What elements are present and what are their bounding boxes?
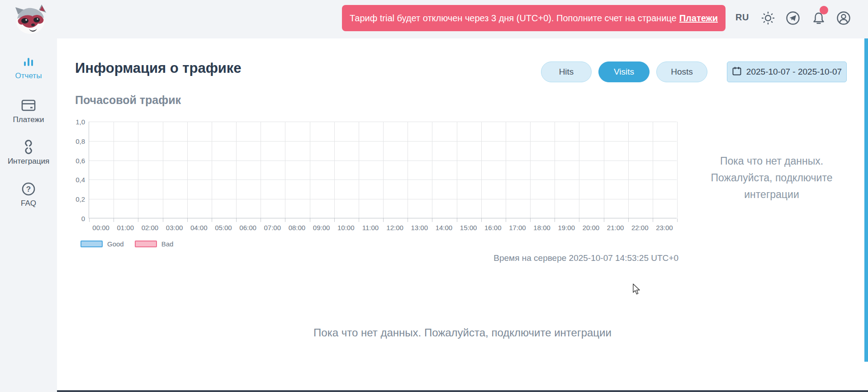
x-axis-tick: 07:00 bbox=[259, 224, 286, 231]
y-axis-tick: 0 bbox=[62, 215, 85, 222]
x-axis-tick: 21:00 bbox=[602, 224, 629, 231]
legend-label: Bad bbox=[161, 240, 174, 248]
chart-empty-state-text: Пока что нет данных. Пожалуйста, подключ… bbox=[696, 153, 848, 203]
chart-legend: GoodBad bbox=[81, 240, 173, 248]
sidebar-item-faq[interactable]: ? FAQ bbox=[0, 182, 57, 208]
sidebar-item-integration[interactable]: Интеграция bbox=[0, 140, 57, 166]
bar-chart-icon bbox=[22, 55, 35, 69]
date-range-value: 2025-10-07 - 2025-10-07 bbox=[746, 67, 842, 77]
legend-entry: Good bbox=[81, 240, 124, 248]
chart-section-title: Почасовой трафик bbox=[75, 94, 181, 107]
legend-swatch bbox=[135, 241, 157, 247]
legend-swatch bbox=[81, 241, 103, 247]
calendar-icon bbox=[732, 66, 742, 78]
x-axis-tick: 05:00 bbox=[210, 224, 237, 231]
server-time-text: Время на сервере 2025-10-07 14:53:25 UTC… bbox=[492, 253, 678, 263]
credit-card-icon bbox=[21, 98, 36, 113]
x-axis-tick: 01:00 bbox=[112, 224, 139, 231]
sidebar-item-label: FAQ bbox=[21, 199, 36, 208]
svg-text:?: ? bbox=[26, 185, 31, 194]
trial-warning-banner: Тариф trial будет отключен через 3 дня (… bbox=[342, 5, 726, 31]
x-axis-tick: 23:00 bbox=[651, 224, 678, 231]
x-axis-tick: 15:00 bbox=[455, 224, 482, 231]
sidebar-item-label: Отчеты bbox=[15, 71, 42, 80]
x-axis-tick: 13:00 bbox=[406, 224, 433, 231]
sidebar-item-label: Интеграция bbox=[8, 157, 49, 166]
hourly-traffic-chart bbox=[89, 122, 677, 218]
page-empty-state-text: Пока что нет данных. Пожалуйста, подключ… bbox=[57, 326, 868, 339]
x-axis-tick: 20:00 bbox=[577, 224, 604, 231]
y-axis-tick: 0,8 bbox=[62, 137, 85, 145]
y-axis-tick: 0,6 bbox=[62, 156, 85, 164]
x-axis-tick: 22:00 bbox=[626, 224, 654, 231]
x-axis-tick: 10:00 bbox=[332, 224, 360, 231]
sidebar-item-payments[interactable]: Платежи bbox=[0, 98, 57, 124]
date-range-picker[interactable]: 2025-10-07 - 2025-10-07 bbox=[727, 61, 847, 82]
x-axis-tick: 00:00 bbox=[87, 224, 114, 231]
vertical-scrollbar[interactable] bbox=[864, 38, 868, 362]
language-selector[interactable]: RU bbox=[735, 12, 752, 23]
x-axis-tick: 02:00 bbox=[136, 224, 163, 231]
x-axis-tick: 14:00 bbox=[430, 224, 457, 231]
x-axis-tick: 17:00 bbox=[504, 224, 531, 231]
notification-dot bbox=[820, 6, 828, 14]
x-axis-tick: 03:00 bbox=[161, 224, 188, 231]
account-icon[interactable] bbox=[836, 11, 851, 25]
x-axis-tick: 09:00 bbox=[308, 224, 335, 231]
bottom-edge-strip bbox=[57, 390, 868, 392]
tab-visits[interactable]: Visits bbox=[598, 61, 650, 82]
mouse-cursor bbox=[632, 283, 642, 296]
y-axis-tick: 0,2 bbox=[62, 195, 85, 203]
theme-sun-icon[interactable] bbox=[761, 11, 775, 25]
x-axis-tick: 12:00 bbox=[381, 224, 408, 231]
x-axis-tick: 16:00 bbox=[479, 224, 507, 231]
x-axis-tick: 18:00 bbox=[528, 224, 555, 231]
x-axis-tick: 11:00 bbox=[357, 224, 384, 231]
banner-payments-link[interactable]: Платежи bbox=[679, 13, 718, 24]
sidebar-item-reports[interactable]: Отчеты bbox=[0, 55, 57, 80]
app-window: Тариф trial будет отключен через 3 дня (… bbox=[0, 0, 868, 392]
y-axis-tick: 1,0 bbox=[62, 118, 85, 126]
tab-hits[interactable]: Hits bbox=[541, 61, 592, 82]
tab-hosts[interactable]: Hosts bbox=[656, 61, 707, 82]
page-title: Информация о трафике bbox=[75, 60, 242, 76]
y-axis-tick: 0,4 bbox=[62, 176, 85, 184]
x-axis-tick: 08:00 bbox=[283, 224, 310, 231]
sidebar-item-label: Платежи bbox=[13, 115, 44, 124]
legend-label: Good bbox=[107, 240, 124, 248]
legend-entry: Bad bbox=[135, 240, 174, 248]
link-icon bbox=[21, 140, 36, 154]
x-axis-tick: 19:00 bbox=[553, 224, 580, 231]
question-icon: ? bbox=[21, 182, 36, 196]
telegram-icon[interactable] bbox=[786, 11, 800, 25]
x-axis-tick: 06:00 bbox=[234, 224, 261, 231]
x-axis-tick: 04:00 bbox=[185, 224, 213, 231]
banner-text: Тариф trial будет отключен через 3 дня (… bbox=[350, 13, 677, 24]
raccoon-logo[interactable] bbox=[12, 3, 49, 36]
